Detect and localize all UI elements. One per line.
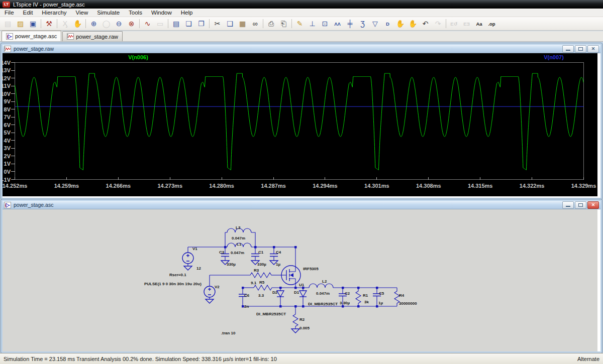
- mdi-area: power_stage.raw V(n006) V(n007) 14V13V12…: [0, 42, 603, 353]
- place-capacitor-icon[interactable]: ╪: [344, 18, 356, 30]
- menu-hierarchy[interactable]: Hierarchy: [37, 9, 71, 16]
- place-net-label-icon[interactable]: ⊡: [319, 18, 331, 30]
- toolbar-separator: [139, 19, 140, 28]
- app-logo-icon: LT: [3, 2, 10, 8]
- open-icon[interactable]: ▨: [14, 18, 27, 30]
- print-icon[interactable]: ⎙: [265, 18, 277, 30]
- restore-button[interactable]: [575, 45, 586, 53]
- junction-nodes: [224, 246, 378, 308]
- ref-r3: R3: [254, 268, 259, 273]
- menu-edit[interactable]: Edit: [19, 9, 38, 16]
- restore-button[interactable]: [575, 201, 586, 209]
- ref-c2: C2: [345, 291, 350, 296]
- plot-settings-icon: ▭: [154, 18, 166, 30]
- place-component-icon[interactable]: D: [381, 18, 394, 30]
- menu-file[interactable]: File: [0, 9, 19, 16]
- tab-power-stage-asc[interactable]: power_stage.asc: [2, 31, 61, 41]
- paste-icon[interactable]: ▦: [236, 18, 249, 30]
- text-icon[interactable]: Aa: [473, 18, 485, 30]
- rotate-icon: E↺: [448, 18, 460, 30]
- waveform-window-titlebar[interactable]: power_stage.raw: [3, 45, 600, 53]
- x-tick-label: 14.294ms: [313, 183, 338, 189]
- ref-c6: C6: [244, 293, 250, 298]
- schematic-labels: V1 12 Rser=0.1 PULSE(1 9 0 30n 30n 19u 2…: [144, 225, 417, 335]
- y-tick-label: 9V: [4, 98, 11, 104]
- find-icon[interactable]: ∞: [249, 18, 261, 30]
- move-icon[interactable]: ✋: [394, 18, 407, 30]
- status-mode-text: Alternate: [577, 356, 599, 362]
- y-tick-label: 10V: [3, 91, 11, 97]
- place-inductor-icon[interactable]: Ʒ: [356, 18, 369, 30]
- menu-tools[interactable]: Tools: [124, 9, 147, 16]
- close-button[interactable]: [587, 45, 599, 53]
- tab-label: power_stage.asc: [15, 33, 57, 39]
- y-tick-label: 14V: [3, 60, 11, 66]
- zoom-out-icon[interactable]: ⊖: [113, 18, 125, 30]
- zoom-full-extents-icon[interactable]: ⊗: [125, 18, 138, 30]
- tab-strip: power_stage.asc power_stage.raw: [0, 31, 603, 42]
- value-u1: IRF5305: [303, 267, 319, 271]
- tab-power-stage-raw[interactable]: power_stage.raw: [62, 31, 123, 41]
- x-tick-label: 14.252ms: [3, 183, 27, 189]
- toolbar: ▤▨▣⚒Ӽ✋⊕◯⊖⊗∿▭▤❏❐✂❑▦∞⎙⎗✎⊥⊡ΛΛ╪Ʒ▽D✋✋↶↷E↺EƎAa…: [0, 17, 603, 31]
- ref-u1: U1: [299, 283, 305, 287]
- place-ground-icon[interactable]: ⊥: [306, 18, 319, 30]
- toolbar-separator: [446, 19, 446, 28]
- spice-directive-icon[interactable]: .op: [485, 18, 498, 30]
- value-c6: 2n: [244, 304, 249, 309]
- close-button[interactable]: [587, 201, 599, 209]
- spice-directive-text: .tran 10: [221, 331, 236, 335]
- value-c5: 1µ: [378, 301, 383, 305]
- menu-help[interactable]: Help: [176, 9, 197, 16]
- toolbar-separator: [41, 19, 41, 28]
- cascade-windows-icon[interactable]: ❏: [182, 18, 195, 30]
- x-tick-label: 14.322ms: [520, 183, 545, 189]
- toolbar-separator: [85, 19, 86, 28]
- print-preview-icon[interactable]: ⎗: [277, 18, 290, 30]
- schematic-window: power_stage.asc: [1, 199, 602, 353]
- minimize-button[interactable]: [562, 201, 574, 209]
- arrange-windows-icon[interactable]: ❐: [195, 18, 208, 30]
- undo-icon[interactable]: ↶: [419, 18, 432, 30]
- mirror-icon: EƎ: [460, 18, 473, 30]
- save-icon[interactable]: ▣: [27, 18, 39, 30]
- app-titlebar[interactable]: LT LTspice IV - power_stage.asc: [0, 0, 603, 9]
- y-tick-label: -1V: [3, 177, 11, 183]
- tile-windows-icon[interactable]: ▤: [170, 18, 182, 30]
- value-r4: 30000000: [399, 301, 417, 306]
- schematic-window-titlebar[interactable]: power_stage.asc: [3, 201, 600, 209]
- copy-icon[interactable]: ❑: [224, 18, 236, 30]
- x-tick-label: 14.259ms: [54, 183, 79, 189]
- ref-c3: C3: [219, 250, 225, 255]
- menu-simulate[interactable]: Simulate: [92, 9, 124, 16]
- ref-r4: R4: [399, 293, 405, 298]
- menu-window[interactable]: Window: [147, 9, 176, 16]
- halt-icon[interactable]: ✋: [71, 18, 84, 30]
- cut-icon[interactable]: ✂: [211, 18, 224, 30]
- place-diode-icon[interactable]: ▽: [369, 18, 381, 30]
- value-c1: 330µ: [257, 262, 266, 267]
- y-tick-label: 3V: [4, 145, 11, 151]
- control-panel-icon[interactable]: ⚒: [43, 18, 55, 30]
- schematic-canvas[interactable]: V1 12 Rser=0.1 PULSE(1 9 0 30n 30n 19u 2…: [3, 209, 597, 351]
- waveform-plot-area[interactable]: V(n006) V(n007) 14V13V12V11V10V9V8V7V6V5…: [3, 53, 597, 196]
- value-l1: 0.047m: [231, 251, 244, 255]
- plot-frame: [15, 63, 584, 180]
- autorange-y-axis-icon[interactable]: ∿: [141, 18, 154, 30]
- place-resistor-icon[interactable]: ΛΛ: [331, 18, 344, 30]
- menu-view[interactable]: View: [71, 9, 93, 16]
- drag-icon[interactable]: ✋: [407, 18, 419, 30]
- status-bar: Simulation Time = 23.158 ms Transient An…: [0, 353, 603, 364]
- ref-c1: C1: [258, 250, 264, 255]
- x-tick-label: 14.287ms: [261, 183, 286, 189]
- ref-c5: C5: [379, 291, 384, 296]
- trace-label-vn007[interactable]: V(n007): [526, 54, 581, 60]
- minimize-button[interactable]: [562, 45, 574, 53]
- y-tick-label: 4V: [4, 138, 11, 144]
- draw-wire-icon[interactable]: ✎: [293, 18, 306, 30]
- y-tick-label: 11V: [3, 83, 11, 89]
- zoom-in-icon[interactable]: ⊕: [87, 18, 100, 30]
- ref-l3: L3: [236, 225, 241, 230]
- trace-label-vn006[interactable]: V(n006): [111, 54, 166, 60]
- trace-vn006[interactable]: [15, 73, 584, 170]
